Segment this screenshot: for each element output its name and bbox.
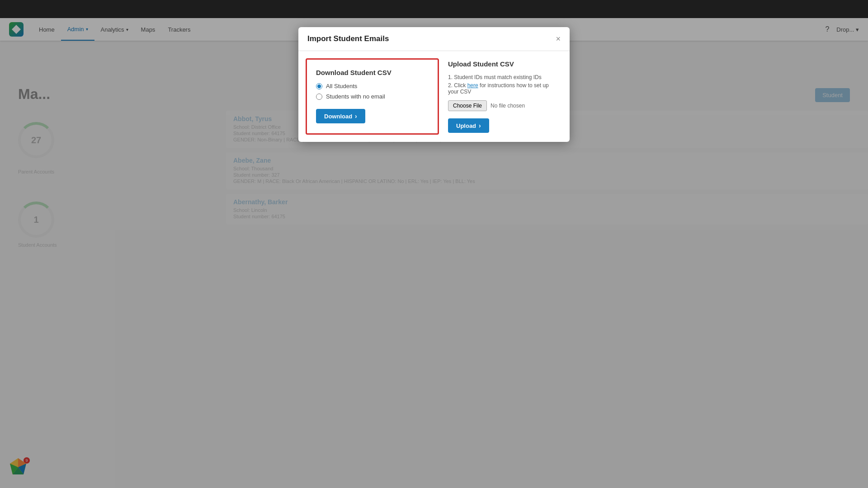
modal-title: Import Student Emails	[307, 34, 389, 43]
instruction-2: 2. Click here for instructions how to se…	[448, 82, 561, 95]
upload-button[interactable]: Upload ›	[448, 118, 489, 133]
modal-close-button[interactable]: ×	[556, 35, 561, 43]
upload-instructions: 1. Student IDs must match existing IDs 2…	[448, 74, 561, 95]
modal-body: Download Student CSV All Students Studen…	[298, 51, 570, 142]
download-button[interactable]: Download ›	[316, 109, 365, 123]
radio-group: All Students Students with no email	[316, 83, 429, 100]
modal-header: Import Student Emails ×	[298, 27, 570, 51]
download-arrow-icon: ›	[355, 113, 357, 120]
import-modal: Import Student Emails × Download Student…	[298, 27, 570, 142]
radio-no-email[interactable]: Students with no email	[316, 93, 429, 100]
download-panel: Download Student CSV All Students Studen…	[306, 58, 439, 135]
upload-panel-title: Upload Student CSV	[448, 60, 561, 68]
instruction-1: 1. Student IDs must match existing IDs	[448, 74, 561, 80]
upload-arrow-icon: ›	[479, 122, 481, 129]
download-panel-title: Download Student CSV	[316, 69, 429, 76]
radio-all-students[interactable]: All Students	[316, 83, 429, 89]
radio-no-email-input[interactable]	[316, 94, 322, 100]
instructions-link[interactable]: here	[467, 82, 478, 89]
modal-overlay: Import Student Emails × Download Student…	[0, 0, 868, 488]
choose-file-button[interactable]: Choose File	[448, 100, 487, 111]
file-input-row: Choose File No file chosen	[448, 100, 561, 111]
upload-panel: Upload Student CSV 1. Student IDs must m…	[446, 51, 570, 142]
radio-all-students-input[interactable]	[316, 83, 322, 89]
no-file-label: No file chosen	[491, 103, 525, 109]
